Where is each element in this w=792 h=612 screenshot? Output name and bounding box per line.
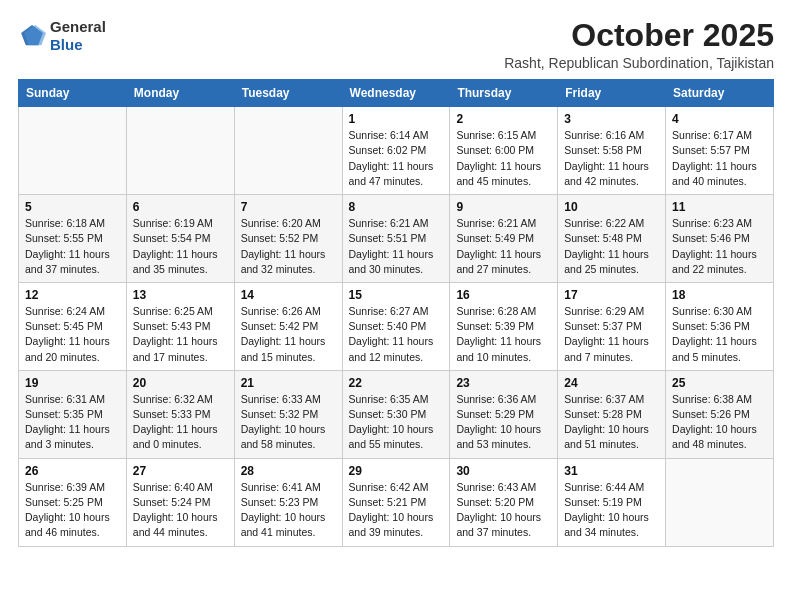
day-number: 12 <box>25 288 120 302</box>
table-row: 24Sunrise: 6:37 AM Sunset: 5:28 PM Dayli… <box>558 370 666 458</box>
table-row: 21Sunrise: 6:33 AM Sunset: 5:32 PM Dayli… <box>234 370 342 458</box>
table-row: 15Sunrise: 6:27 AM Sunset: 5:40 PM Dayli… <box>342 282 450 370</box>
day-info: Sunrise: 6:20 AM Sunset: 5:52 PM Dayligh… <box>241 216 336 277</box>
header: General Blue October 2025 Rasht, Republi… <box>18 18 774 71</box>
logo-blue: Blue <box>50 36 83 53</box>
calendar-week-row: 1Sunrise: 6:14 AM Sunset: 6:02 PM Daylig… <box>19 107 774 195</box>
logo-icon <box>18 22 46 50</box>
title-block: October 2025 Rasht, Republican Subordina… <box>504 18 774 71</box>
day-info: Sunrise: 6:15 AM Sunset: 6:00 PM Dayligh… <box>456 128 551 189</box>
table-row: 25Sunrise: 6:38 AM Sunset: 5:26 PM Dayli… <box>666 370 774 458</box>
header-wednesday: Wednesday <box>342 80 450 107</box>
calendar-table: Sunday Monday Tuesday Wednesday Thursday… <box>18 79 774 546</box>
day-number: 28 <box>241 464 336 478</box>
table-row: 16Sunrise: 6:28 AM Sunset: 5:39 PM Dayli… <box>450 282 558 370</box>
day-info: Sunrise: 6:33 AM Sunset: 5:32 PM Dayligh… <box>241 392 336 453</box>
day-info: Sunrise: 6:17 AM Sunset: 5:57 PM Dayligh… <box>672 128 767 189</box>
calendar-week-row: 26Sunrise: 6:39 AM Sunset: 5:25 PM Dayli… <box>19 458 774 546</box>
table-row <box>19 107 127 195</box>
table-row: 11Sunrise: 6:23 AM Sunset: 5:46 PM Dayli… <box>666 195 774 283</box>
day-info: Sunrise: 6:40 AM Sunset: 5:24 PM Dayligh… <box>133 480 228 541</box>
day-number: 11 <box>672 200 767 214</box>
header-thursday: Thursday <box>450 80 558 107</box>
day-number: 9 <box>456 200 551 214</box>
day-info: Sunrise: 6:25 AM Sunset: 5:43 PM Dayligh… <box>133 304 228 365</box>
table-row: 9Sunrise: 6:21 AM Sunset: 5:49 PM Daylig… <box>450 195 558 283</box>
day-number: 5 <box>25 200 120 214</box>
table-row: 29Sunrise: 6:42 AM Sunset: 5:21 PM Dayli… <box>342 458 450 546</box>
calendar-week-row: 19Sunrise: 6:31 AM Sunset: 5:35 PM Dayli… <box>19 370 774 458</box>
table-row: 1Sunrise: 6:14 AM Sunset: 6:02 PM Daylig… <box>342 107 450 195</box>
table-row: 28Sunrise: 6:41 AM Sunset: 5:23 PM Dayli… <box>234 458 342 546</box>
table-row: 27Sunrise: 6:40 AM Sunset: 5:24 PM Dayli… <box>126 458 234 546</box>
day-info: Sunrise: 6:18 AM Sunset: 5:55 PM Dayligh… <box>25 216 120 277</box>
table-row: 19Sunrise: 6:31 AM Sunset: 5:35 PM Dayli… <box>19 370 127 458</box>
header-tuesday: Tuesday <box>234 80 342 107</box>
table-row <box>126 107 234 195</box>
day-info: Sunrise: 6:27 AM Sunset: 5:40 PM Dayligh… <box>349 304 444 365</box>
table-row: 17Sunrise: 6:29 AM Sunset: 5:37 PM Dayli… <box>558 282 666 370</box>
calendar-week-row: 5Sunrise: 6:18 AM Sunset: 5:55 PM Daylig… <box>19 195 774 283</box>
day-number: 16 <box>456 288 551 302</box>
table-row <box>234 107 342 195</box>
table-row: 8Sunrise: 6:21 AM Sunset: 5:51 PM Daylig… <box>342 195 450 283</box>
day-number: 30 <box>456 464 551 478</box>
day-info: Sunrise: 6:14 AM Sunset: 6:02 PM Dayligh… <box>349 128 444 189</box>
table-row: 10Sunrise: 6:22 AM Sunset: 5:48 PM Dayli… <box>558 195 666 283</box>
table-row: 22Sunrise: 6:35 AM Sunset: 5:30 PM Dayli… <box>342 370 450 458</box>
day-number: 2 <box>456 112 551 126</box>
day-info: Sunrise: 6:32 AM Sunset: 5:33 PM Dayligh… <box>133 392 228 453</box>
day-info: Sunrise: 6:23 AM Sunset: 5:46 PM Dayligh… <box>672 216 767 277</box>
day-info: Sunrise: 6:16 AM Sunset: 5:58 PM Dayligh… <box>564 128 659 189</box>
table-row: 31Sunrise: 6:44 AM Sunset: 5:19 PM Dayli… <box>558 458 666 546</box>
table-row: 2Sunrise: 6:15 AM Sunset: 6:00 PM Daylig… <box>450 107 558 195</box>
day-number: 19 <box>25 376 120 390</box>
day-info: Sunrise: 6:35 AM Sunset: 5:30 PM Dayligh… <box>349 392 444 453</box>
day-number: 27 <box>133 464 228 478</box>
table-row: 14Sunrise: 6:26 AM Sunset: 5:42 PM Dayli… <box>234 282 342 370</box>
day-info: Sunrise: 6:43 AM Sunset: 5:20 PM Dayligh… <box>456 480 551 541</box>
calendar-page: General Blue October 2025 Rasht, Republi… <box>0 0 792 565</box>
day-info: Sunrise: 6:36 AM Sunset: 5:29 PM Dayligh… <box>456 392 551 453</box>
table-row: 26Sunrise: 6:39 AM Sunset: 5:25 PM Dayli… <box>19 458 127 546</box>
day-number: 22 <box>349 376 444 390</box>
table-row: 7Sunrise: 6:20 AM Sunset: 5:52 PM Daylig… <box>234 195 342 283</box>
day-info: Sunrise: 6:24 AM Sunset: 5:45 PM Dayligh… <box>25 304 120 365</box>
day-info: Sunrise: 6:42 AM Sunset: 5:21 PM Dayligh… <box>349 480 444 541</box>
day-number: 18 <box>672 288 767 302</box>
header-sunday: Sunday <box>19 80 127 107</box>
day-number: 7 <box>241 200 336 214</box>
month-title: October 2025 <box>504 18 774 53</box>
table-row: 13Sunrise: 6:25 AM Sunset: 5:43 PM Dayli… <box>126 282 234 370</box>
day-number: 29 <box>349 464 444 478</box>
table-row: 6Sunrise: 6:19 AM Sunset: 5:54 PM Daylig… <box>126 195 234 283</box>
day-info: Sunrise: 6:41 AM Sunset: 5:23 PM Dayligh… <box>241 480 336 541</box>
day-number: 31 <box>564 464 659 478</box>
logo: General Blue <box>18 18 106 54</box>
day-info: Sunrise: 6:31 AM Sunset: 5:35 PM Dayligh… <box>25 392 120 453</box>
day-number: 21 <box>241 376 336 390</box>
day-info: Sunrise: 6:19 AM Sunset: 5:54 PM Dayligh… <box>133 216 228 277</box>
day-info: Sunrise: 6:21 AM Sunset: 5:49 PM Dayligh… <box>456 216 551 277</box>
day-number: 8 <box>349 200 444 214</box>
day-info: Sunrise: 6:29 AM Sunset: 5:37 PM Dayligh… <box>564 304 659 365</box>
table-row: 20Sunrise: 6:32 AM Sunset: 5:33 PM Dayli… <box>126 370 234 458</box>
day-info: Sunrise: 6:21 AM Sunset: 5:51 PM Dayligh… <box>349 216 444 277</box>
weekday-header-row: Sunday Monday Tuesday Wednesday Thursday… <box>19 80 774 107</box>
day-number: 25 <box>672 376 767 390</box>
day-number: 26 <box>25 464 120 478</box>
logo-general: General <box>50 18 106 35</box>
day-number: 10 <box>564 200 659 214</box>
day-number: 1 <box>349 112 444 126</box>
day-number: 3 <box>564 112 659 126</box>
header-monday: Monday <box>126 80 234 107</box>
day-info: Sunrise: 6:38 AM Sunset: 5:26 PM Dayligh… <box>672 392 767 453</box>
table-row: 12Sunrise: 6:24 AM Sunset: 5:45 PM Dayli… <box>19 282 127 370</box>
day-number: 13 <box>133 288 228 302</box>
header-friday: Friday <box>558 80 666 107</box>
day-info: Sunrise: 6:28 AM Sunset: 5:39 PM Dayligh… <box>456 304 551 365</box>
day-number: 23 <box>456 376 551 390</box>
header-saturday: Saturday <box>666 80 774 107</box>
table-row: 3Sunrise: 6:16 AM Sunset: 5:58 PM Daylig… <box>558 107 666 195</box>
table-row <box>666 458 774 546</box>
